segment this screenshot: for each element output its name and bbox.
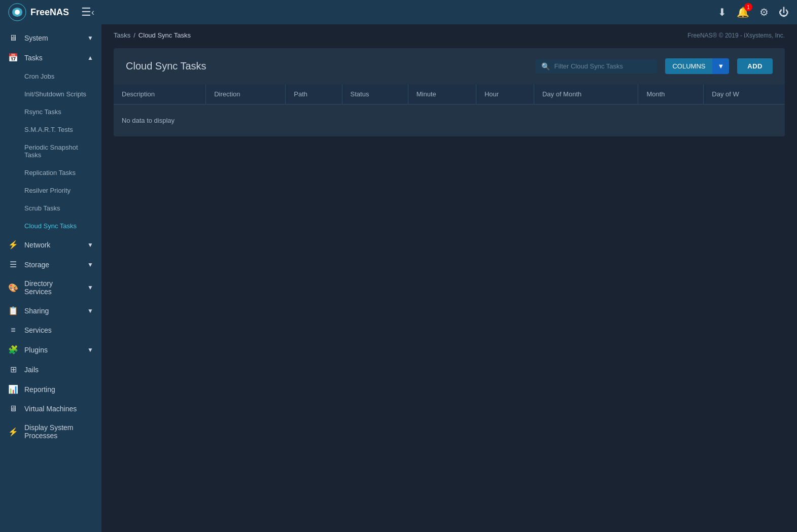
col-status: Status	[342, 84, 408, 104]
plugins-label: Plugins	[24, 346, 48, 354]
chevron-right-icon: ▼	[87, 346, 93, 353]
columns-button[interactable]: COLUMNS	[665, 58, 712, 74]
sidebar: 🖥 System ▼ 📅 Tasks ▲ Cron Jobs Init/Shut…	[0, 24, 101, 532]
services-icon: ≡	[8, 326, 18, 335]
sidebar-tasks-label: Tasks	[24, 54, 43, 62]
services-label: Services	[24, 326, 52, 334]
col-path: Path	[286, 84, 342, 104]
notification-badge: 1	[744, 3, 752, 11]
copyright-text: FreeNAS® © 2019 - iXsystems, Inc.	[687, 32, 785, 39]
col-day-of-month: Day of Month	[534, 84, 638, 104]
breadcrumb-bar: Tasks / Cloud Sync Tasks FreeNAS® © 2019…	[101, 24, 797, 46]
table-header: Description Direction Path Status Minute…	[114, 84, 785, 104]
chevron-right-icon: ▼	[87, 284, 93, 291]
sidebar-item-scrub-tasks[interactable]: Scrub Tasks	[0, 199, 101, 217]
sidebar-item-cron-jobs[interactable]: Cron Jobs	[0, 67, 101, 85]
sharing-icon: 📋	[8, 306, 18, 315]
virtual-machines-icon: 🖥	[8, 404, 18, 413]
topbar-actions: ⬇ 🔔 1 ⚙ ⏻	[718, 6, 789, 18]
sidebar-item-network[interactable]: ⚡ Network ▼	[0, 235, 101, 255]
tasks-icon: 📅	[8, 53, 18, 62]
sidebar-item-replication-tasks[interactable]: Replication Tasks	[0, 164, 101, 182]
col-day-of-week: Day of W	[704, 84, 785, 104]
no-data-row: No data to display	[114, 104, 785, 137]
notification-icon[interactable]: 🔔 1	[737, 6, 749, 18]
chevron-left-icon[interactable]: ‹	[91, 7, 94, 18]
col-month: Month	[638, 84, 704, 104]
reporting-icon: 📊	[8, 384, 18, 394]
no-data-text: No data to display	[114, 104, 785, 137]
logo: FreeNAS	[8, 3, 69, 21]
settings-icon[interactable]: ⚙	[759, 6, 769, 18]
network-label: Network	[24, 241, 50, 249]
sidebar-system-label: System	[24, 34, 48, 42]
search-icon: 🔍	[541, 62, 550, 70]
sidebar-item-jails[interactable]: ⊞ Jails	[0, 360, 101, 379]
add-button[interactable]: ADD	[737, 58, 773, 74]
sidebar-item-cloud-sync-tasks[interactable]: Cloud Sync Tasks	[0, 217, 101, 235]
download-icon[interactable]: ⬇	[718, 6, 726, 18]
breadcrumb-parent[interactable]: Tasks	[114, 31, 130, 39]
search-input[interactable]	[554, 62, 651, 70]
virtual-machines-label: Virtual Machines	[24, 405, 77, 413]
init-shutdown-label: Init/Shutdown Scripts	[24, 90, 86, 98]
sidebar-item-tasks[interactable]: 📅 Tasks ▲	[0, 48, 101, 67]
content-card: Cloud Sync Tasks 🔍 COLUMNS ▼ ADD	[114, 48, 785, 136]
jails-label: Jails	[24, 366, 39, 374]
sidebar-item-plugins[interactable]: 🧩 Plugins ▼	[0, 340, 101, 360]
sidebar-item-resilver-priority[interactable]: Resilver Priority	[0, 182, 101, 199]
network-icon: ⚡	[8, 240, 18, 250]
chevron-up-icon: ▲	[87, 54, 93, 61]
chevron-right-icon: ▼	[87, 261, 93, 268]
card-title: Cloud Sync Tasks	[126, 60, 527, 72]
sidebar-item-rsync-tasks[interactable]: Rsync Tasks	[0, 103, 101, 121]
chevron-right-icon: ▼	[87, 307, 93, 314]
sidebar-item-services[interactable]: ≡ Services	[0, 321, 101, 340]
sidebar-item-reporting[interactable]: 📊 Reporting	[0, 379, 101, 399]
chevron-down-icon: ▼	[87, 34, 93, 42]
storage-icon: ☰	[8, 260, 18, 269]
sidebar-item-directory-services[interactable]: 🎨 Directory Services ▼	[0, 274, 101, 301]
col-direction: Direction	[206, 84, 286, 104]
col-minute: Minute	[408, 84, 476, 104]
topbar: FreeNAS ☰ ‹ ⬇ 🔔 1 ⚙ ⏻	[0, 0, 797, 24]
power-icon[interactable]: ⏻	[779, 7, 789, 18]
hamburger-icon[interactable]: ☰	[81, 6, 91, 19]
sidebar-item-sharing[interactable]: 📋 Sharing ▼	[0, 301, 101, 321]
body-container: 🖥 System ▼ 📅 Tasks ▲ Cron Jobs Init/Shut…	[0, 24, 797, 532]
logo-text: FreeNAS	[30, 7, 69, 18]
cloud-sync-table: Description Direction Path Status Minute…	[114, 84, 785, 136]
directory-services-label: Directory Services	[24, 279, 81, 296]
smart-tests-label: S.M.A.R.T. Tests	[24, 126, 73, 133]
resilver-priority-label: Resilver Priority	[24, 187, 71, 194]
columns-dropdown-button[interactable]: ▼	[712, 58, 729, 74]
scrub-tasks-label: Scrub Tasks	[24, 204, 60, 212]
columns-button-group: COLUMNS ▼	[665, 58, 729, 74]
jails-icon: ⊞	[8, 365, 18, 374]
search-container: 🔍	[535, 59, 657, 74]
breadcrumb: Tasks / Cloud Sync Tasks	[114, 31, 191, 39]
sidebar-item-display-system-processes[interactable]: ⚡ Display System Processes	[0, 418, 101, 445]
replication-tasks-label: Replication Tasks	[24, 169, 76, 176]
svg-point-1	[15, 10, 20, 15]
reporting-label: Reporting	[24, 385, 55, 394]
col-description: Description	[114, 84, 206, 104]
sidebar-item-periodic-snapshot[interactable]: Periodic Snapshot Tasks	[0, 138, 101, 164]
plugins-icon: 🧩	[8, 345, 18, 354]
col-hour: Hour	[476, 84, 534, 104]
system-icon: 🖥	[8, 33, 18, 43]
breadcrumb-current: Cloud Sync Tasks	[138, 31, 191, 39]
display-system-label: Display System Processes	[24, 423, 93, 440]
storage-label: Storage	[24, 261, 49, 269]
display-system-icon: ⚡	[8, 427, 18, 437]
sidebar-item-init-shutdown[interactable]: Init/Shutdown Scripts	[0, 85, 101, 103]
sidebar-item-virtual-machines[interactable]: 🖥 Virtual Machines	[0, 399, 101, 418]
periodic-snapshot-label: Periodic Snapshot Tasks	[24, 144, 93, 159]
card-header: Cloud Sync Tasks 🔍 COLUMNS ▼ ADD	[114, 48, 785, 84]
directory-services-icon: 🎨	[8, 283, 18, 293]
sidebar-item-storage[interactable]: ☰ Storage ▼	[0, 255, 101, 274]
cloud-sync-tasks-label: Cloud Sync Tasks	[24, 222, 77, 230]
sidebar-item-system[interactable]: 🖥 System ▼	[0, 28, 101, 48]
sidebar-item-smart-tests[interactable]: S.M.A.R.T. Tests	[0, 121, 101, 138]
table-body: No data to display	[114, 104, 785, 137]
